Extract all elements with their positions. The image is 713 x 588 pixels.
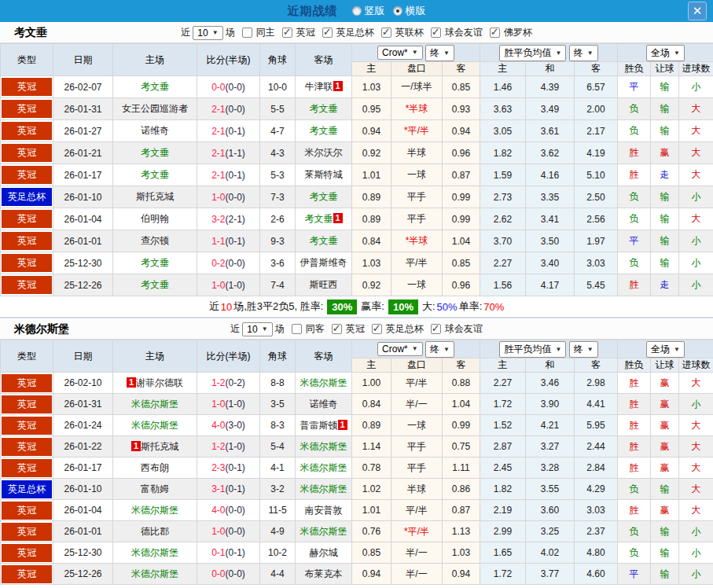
sub-column-header: 和 (526, 358, 575, 373)
table-row: 英冠25-12-26米德尔斯堡0-0(0-0)4-4布莱克本0.94半/一0.9… (1, 564, 713, 585)
checkbox-label: 佛罗杯 (504, 26, 532, 39)
league-badge: 英冠 (2, 459, 52, 477)
handicap-cell: 一球 (391, 274, 443, 296)
checkbox-checked[interactable] (322, 28, 333, 38)
checkbox-checked[interactable] (431, 324, 441, 334)
layout-radio-horizontal[interactable] (393, 6, 402, 16)
league-badge: 英冠 (2, 502, 52, 520)
corner-cell: 9-3 (260, 230, 296, 252)
scope-select[interactable]: 全场▼ (646, 45, 685, 61)
rank-badge: 1 (333, 81, 343, 91)
fulltime-score: 0-0 (211, 82, 225, 93)
radio-label: 横版 (406, 4, 426, 18)
mean-select[interactable]: 胜平负均值▼ (499, 341, 566, 358)
layout-radio-vertical[interactable] (352, 6, 362, 16)
halftime-score: (1-0) (226, 280, 245, 291)
corner-cell: 3-5 (260, 394, 296, 415)
fulltime-score: 1-0 (211, 280, 225, 291)
halftime-score: (1-0) (226, 399, 245, 410)
odds-value: 0.89 (362, 192, 380, 203)
home-team-cell: 考文垂 (113, 142, 197, 164)
away-team-name: 米德尔斯堡 (300, 483, 347, 494)
odds-value: 0.85 (452, 82, 470, 93)
mean-odds-cell: 3.90 (526, 394, 575, 415)
handicap-cell: *平/半 (391, 120, 443, 142)
odds-value: 0.99 (452, 420, 470, 431)
away-team-cell: 米德尔斯堡 (296, 436, 352, 458)
mean-odds-cell: 2.37 (575, 521, 618, 542)
column-header: 角球 (260, 44, 296, 76)
home-team-cell: 米德尔斯堡 (113, 500, 197, 521)
home-team-cell: 1斯托克城 (113, 436, 197, 458)
mean-odds-cell: 3.49 (526, 98, 575, 120)
mean-odds-cell: 4.60 (575, 564, 618, 585)
odds-value: 一球 (407, 279, 426, 290)
odds-cell: 1.04 (443, 394, 480, 415)
checkbox-checked[interactable] (381, 28, 391, 38)
away-team-name: 考文垂 (310, 125, 338, 136)
sections-container: 考文垂近10▼场同主英冠英足总杯英联杯球会友谊佛罗杯类型日期主场比分(半场)角球… (0, 22, 713, 585)
scope-select[interactable]: 全场▼ (646, 341, 685, 358)
fulltime-score: 2-3 (211, 462, 225, 473)
home-team-name: 德比郡 (141, 526, 169, 537)
fulltime-score: 4-0 (211, 420, 225, 431)
filter-controls: 近10▼场同客英冠英足总杯球会友谊 (0, 318, 713, 340)
mean-odds-cell: 2.50 (575, 186, 618, 208)
odds-value: 1.04 (452, 236, 470, 247)
mean-odds-cell: 4.80 (575, 542, 618, 564)
odds-cell: 0.94 (352, 564, 391, 585)
result-value: 赢 (660, 147, 670, 158)
away-team-name: 考文垂1 (305, 213, 343, 224)
halftime-score: (0-1) (226, 483, 245, 494)
mean-odds-cell: 2.73 (480, 186, 526, 208)
mean-odds-cell: 2.27 (480, 252, 526, 274)
odds-value: 平手 (407, 213, 426, 224)
goals-result-cell: 大 (679, 208, 713, 230)
result-group-header: 全场▼ (618, 44, 713, 62)
handicap-cell: 半/一 (391, 394, 443, 415)
odds-stage-select[interactable]: 终▼ (425, 45, 454, 61)
match-count-select[interactable]: 10▼ (242, 322, 272, 336)
close-icon[interactable]: ✕ (688, 2, 707, 20)
checkbox-unchecked[interactable] (292, 324, 302, 334)
odds-value: 半球 (407, 483, 426, 494)
fulltime-score: 2-1 (211, 148, 225, 159)
halftime-score: (0-1) (226, 547, 245, 558)
date-cell: 26-01-27 (53, 120, 113, 142)
handicap-cell: *平/半 (391, 521, 443, 542)
odds-value: 0.78 (362, 462, 380, 473)
odds-value: 0.99 (452, 192, 470, 203)
odds-company-select[interactable]: Crow*▼ (377, 342, 423, 356)
odds-value: 平/半 (406, 377, 427, 388)
column-header: 类型 (1, 44, 53, 76)
mean-stage-select[interactable]: 终▼ (569, 341, 598, 358)
winloss-cell: 负 (618, 208, 651, 230)
checkbox-checked[interactable] (282, 28, 292, 38)
column-header: 日期 (53, 340, 113, 373)
checkbox-checked[interactable] (372, 324, 382, 334)
odds-value: 1.03 (362, 258, 380, 269)
column-header: 类型 (1, 340, 53, 373)
home-team-name: 伯明翰 (141, 213, 169, 224)
score-cell: 3-2(2-1) (197, 208, 260, 230)
odds-cell: 0.87 (443, 164, 480, 186)
odds-value: 1.01 (362, 170, 380, 181)
sub-column-header: 进球数 (679, 358, 713, 373)
league-badge: 英冠 (2, 438, 52, 456)
sub-column-header: 胜负 (618, 358, 651, 373)
odds-company-select[interactable]: Crow*▼ (377, 46, 423, 60)
match-count-select[interactable]: 10▼ (193, 26, 222, 40)
odds-stage-select[interactable]: 终▼ (425, 341, 454, 358)
result-value: 输 (660, 547, 670, 558)
date-cell: 26-01-01 (53, 230, 113, 252)
checkbox-checked[interactable] (332, 324, 342, 334)
mean-stage-select[interactable]: 终▼ (569, 45, 598, 61)
checkbox-checked[interactable] (431, 28, 441, 38)
checkbox-unchecked[interactable] (242, 28, 252, 38)
odds-cell: 1.14 (352, 436, 391, 458)
handicap-result-cell: 赢 (651, 436, 679, 458)
table-row: 英冠26-01-04伯明翰3-2(2-1)2-6考文垂10.89平手0.992.… (1, 208, 713, 230)
result-value: 大 (692, 483, 701, 494)
mean-select[interactable]: 胜平负均值▼ (499, 45, 566, 61)
checkbox-checked[interactable] (490, 28, 500, 38)
